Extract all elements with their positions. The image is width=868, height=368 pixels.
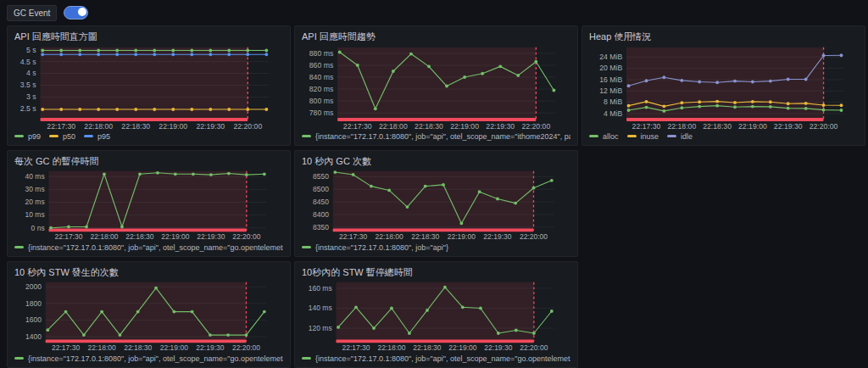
svg-text:22:18:30: 22:18:30 (124, 343, 152, 352)
panel-stw-pause-total-10s: 10秒內的 STW 暫停總時間 160 ms140 ms120 ms22:17:… (294, 261, 578, 368)
svg-text:22:19:00: 22:19:00 (160, 343, 188, 352)
svg-text:22:20:00: 22:20:00 (520, 343, 548, 352)
legend-item[interactable]: p95 (84, 132, 110, 141)
dashboard-controls: GC Event (0, 0, 868, 25)
panel-api-response-histogram: API 回應時間直方圖 5 s4.5 s4 s3.5 s3 s2.5 s22:1… (7, 25, 291, 146)
chart-legend: {instance="172.17.0.1:8080", job="api", … (14, 242, 283, 253)
svg-text:22:17:30: 22:17:30 (632, 121, 661, 130)
svg-text:22:19:00: 22:19:00 (738, 121, 767, 130)
legend-item[interactable]: {instance="172.17.0.1:8080", job="api", … (14, 354, 283, 363)
svg-text:22:17:30: 22:17:30 (339, 232, 367, 241)
panel-title: API 回應時間直方圖 (14, 31, 283, 42)
svg-text:800 ms: 800 ms (309, 97, 334, 105)
svg-text:22:20:00: 22:20:00 (233, 121, 262, 130)
chart-legend: p99p50p95 (14, 131, 283, 142)
svg-text:22:20:00: 22:20:00 (521, 121, 550, 130)
svg-text:8550: 8550 (313, 172, 329, 181)
svg-text:1600: 1600 (25, 316, 42, 325)
svg-text:22:20:00: 22:20:00 (520, 232, 548, 241)
legend-series-color-icon (14, 135, 24, 137)
svg-text:22:17:30: 22:17:30 (54, 232, 82, 241)
svg-text:22:18:00: 22:18:00 (376, 232, 403, 241)
legend-item[interactable]: {instance="172.17.0.1:8080", job="api", … (302, 132, 570, 141)
legend-series-label: alloc (603, 132, 619, 141)
svg-text:2.5 s: 2.5 s (20, 104, 36, 113)
svg-text:22:18:30: 22:18:30 (121, 121, 150, 130)
svg-text:4.5 s: 4.5 s (20, 57, 36, 65)
gc-event-toggle[interactable] (64, 6, 88, 20)
legend-item[interactable]: idle (667, 132, 693, 141)
svg-text:22:19:00: 22:19:00 (161, 232, 189, 241)
legend-series-label: p95 (97, 132, 110, 141)
chart-canvas: 8550850084508400835022:17:3022:18:0022:1… (302, 168, 570, 242)
legend-series-label: {instance="172.17.0.1:8080", job="api", … (28, 243, 283, 252)
svg-text:22:19:30: 22:19:30 (484, 343, 512, 352)
svg-text:1800: 1800 (25, 299, 42, 308)
svg-text:8500: 8500 (313, 185, 329, 193)
svg-text:22:18:30: 22:18:30 (415, 121, 443, 130)
svg-text:5 s: 5 s (26, 45, 36, 53)
svg-text:2000: 2000 (25, 282, 42, 291)
svg-text:22:17:30: 22:17:30 (342, 343, 370, 352)
panel-title: API 回應時間趨勢 (302, 31, 570, 42)
legend-item[interactable]: inuse (627, 132, 659, 141)
svg-text:22:18:30: 22:18:30 (125, 232, 153, 241)
panel-stw-count-10s: 10 秒內 STW 發生的次數 200018001600140022:17:30… (7, 261, 291, 368)
svg-text:22:19:00: 22:19:00 (159, 121, 187, 130)
svg-text:22:18:00: 22:18:00 (379, 121, 408, 130)
dashboard-grid: API 回應時間直方圖 5 s4.5 s4 s3.5 s3 s2.5 s22:1… (0, 25, 868, 368)
legend-series-label: p99 (28, 132, 41, 141)
legend-series-color-icon (589, 135, 598, 137)
svg-text:22:19:30: 22:19:30 (486, 121, 515, 130)
svg-text:8350: 8350 (313, 223, 329, 231)
svg-text:10 ms: 10 ms (25, 211, 45, 220)
legend-series-label: {instance="172.17.0.1:8080", job="api", … (315, 132, 570, 141)
panel-gc-pause-time: 每次 GC 的暫停時間 40 ms30 ms20 ms10 ms0 ns22:1… (7, 150, 291, 257)
panel-api-response-trend: API 回應時間趨勢 880 ms860 ms840 ms820 ms800 m… (294, 25, 578, 146)
chart-legend: {instance="172.17.0.1:8080", job="api", … (302, 131, 570, 142)
svg-text:22:20:00: 22:20:00 (232, 343, 260, 352)
svg-text:22:18:30: 22:18:30 (413, 343, 441, 352)
legend-series-label: {instance="172.17.0.1:8080", job="api"} (315, 243, 448, 252)
svg-text:160 ms: 160 ms (309, 284, 332, 293)
svg-text:22:18:30: 22:18:30 (703, 121, 732, 130)
legend-item[interactable]: {instance="172.17.0.1:8080", job="api", … (14, 243, 283, 252)
chart-canvas: 880 ms860 ms840 ms820 ms800 ms780 ms22:1… (302, 44, 570, 131)
chart-canvas: 40 ms30 ms20 ms10 ms0 ns22:17:3022:18:00… (14, 168, 283, 242)
legend-item[interactable]: p99 (14, 132, 41, 141)
legend-item[interactable]: {instance="172.17.0.1:8080", job="api"} (302, 243, 448, 252)
svg-text:820 ms: 820 ms (309, 85, 334, 93)
svg-text:4 s: 4 s (26, 69, 36, 77)
svg-text:8400: 8400 (313, 210, 329, 219)
svg-text:22:18:00: 22:18:00 (84, 121, 113, 130)
legend-series-color-icon (14, 357, 24, 360)
panel-title: 10 秒內 STW 發生的次數 (14, 266, 283, 277)
panel-title: 10 秒內 GC 次數 (302, 155, 570, 166)
svg-text:22:18:00: 22:18:00 (88, 343, 116, 352)
panel-title: Heap 使用情況 (589, 31, 858, 42)
legend-item[interactable]: p50 (49, 132, 75, 141)
legend-series-color-icon (667, 135, 676, 137)
legend-item[interactable]: {instance="172.17.0.1:8080", job="api", … (302, 354, 570, 363)
svg-text:22:17:30: 22:17:30 (47, 121, 75, 130)
svg-text:22:19:00: 22:19:00 (448, 232, 476, 241)
svg-text:3.5 s: 3.5 s (20, 81, 36, 89)
panel-title: 每次 GC 的暫停時間 (14, 155, 283, 166)
panel-title: 10秒內的 STW 暫停總時間 (302, 266, 570, 277)
svg-text:3 s: 3 s (26, 92, 36, 101)
chart-legend: allocinuseidle (589, 131, 858, 142)
chart-legend: {instance="172.17.0.1:8080", job="api", … (302, 353, 570, 364)
legend-series-color-icon (627, 135, 637, 137)
legend-series-color-icon (302, 357, 311, 360)
legend-series-label: {instance="172.17.0.1:8080", job="api", … (28, 354, 283, 363)
svg-text:22:19:30: 22:19:30 (196, 121, 225, 130)
legend-series-color-icon (302, 246, 311, 248)
svg-text:22:18:00: 22:18:00 (667, 121, 696, 130)
svg-text:16 MiB: 16 MiB (599, 75, 622, 83)
svg-text:24 MiB: 24 MiB (599, 53, 622, 61)
legend-item[interactable]: alloc (589, 132, 619, 141)
svg-text:22:19:00: 22:19:00 (448, 343, 476, 352)
legend-series-color-icon (84, 135, 93, 137)
legend-series-label: {instance="172.17.0.1:8080", job="api", … (315, 354, 570, 363)
chart-legend: {instance="172.17.0.1:8080", job="api"} (302, 242, 570, 253)
